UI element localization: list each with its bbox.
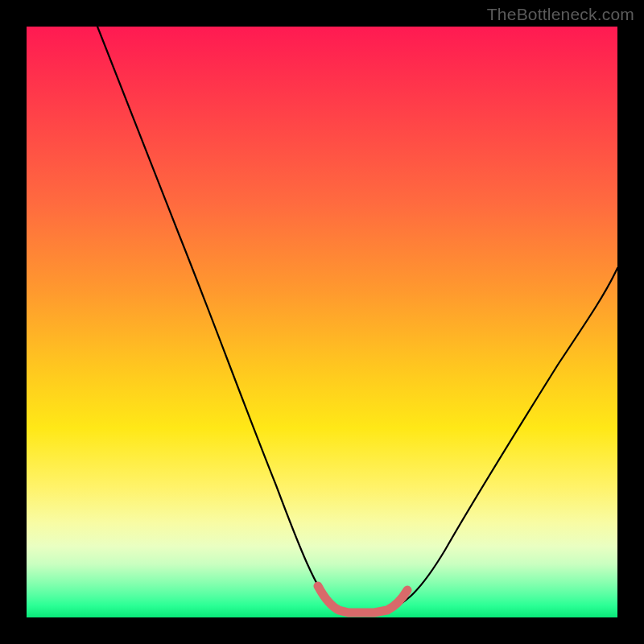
chart-svg [27, 27, 617, 617]
watermark-text: TheBottleneck.com [487, 5, 634, 24]
plot-area [27, 27, 617, 617]
bottleneck-curve [97, 27, 617, 612]
bottom-highlight [318, 586, 407, 613]
chart-frame: TheBottleneck.com [0, 0, 644, 644]
